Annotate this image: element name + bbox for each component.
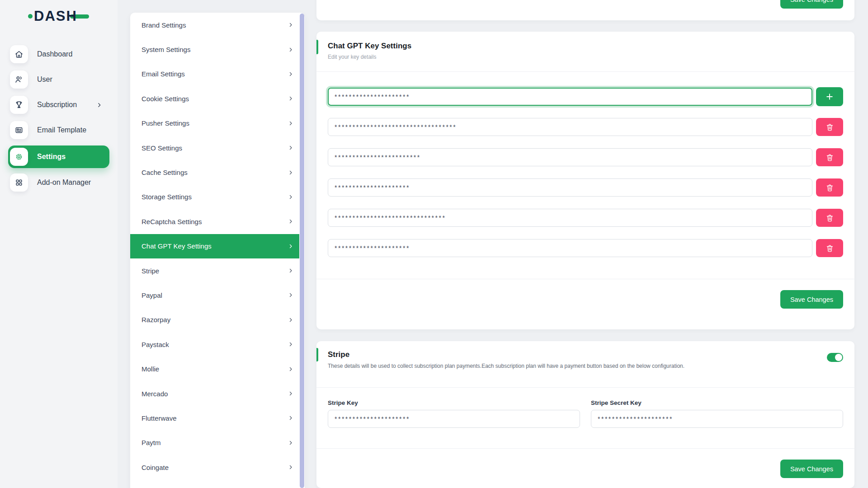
stripe-settings-card: Stripe These details will be used to col… xyxy=(316,341,854,488)
sidebar-item-dashboard[interactable]: Dashboard xyxy=(10,45,118,63)
submenu-item-label: Cookie Settings xyxy=(142,95,189,103)
chevron-right-icon xyxy=(288,244,293,249)
stripe-fields: Stripe Key Stripe Secret Key xyxy=(316,388,854,448)
stripe-secret-key-field: Stripe Secret Key xyxy=(591,399,843,428)
api-key-row xyxy=(328,148,843,167)
delete-key-button[interactable] xyxy=(816,239,843,257)
submenu-item-skrill[interactable]: Skrill xyxy=(130,479,305,488)
submenu-item-label: System Settings xyxy=(142,46,190,53)
grid-icon xyxy=(10,174,28,192)
api-key-input[interactable] xyxy=(328,178,812,197)
stripe-secret-key-label: Stripe Secret Key xyxy=(591,399,843,406)
app-root: DASH Dashboard User Subscription xyxy=(0,0,868,488)
stripe-key-field: Stripe Key xyxy=(328,399,580,428)
sidebar-item-subscription[interactable]: Subscription xyxy=(10,96,118,114)
trophy-icon xyxy=(10,96,28,114)
toggle-knob xyxy=(835,354,842,361)
delete-key-button[interactable] xyxy=(816,118,843,136)
stripe-key-label: Stripe Key xyxy=(328,399,580,406)
submenu-item-razorpay[interactable]: Razorpay xyxy=(130,308,305,332)
add-key-button[interactable] xyxy=(816,87,843,106)
trash-icon xyxy=(826,123,834,131)
submenu-item-stripe[interactable]: Stripe xyxy=(130,258,305,283)
brand-logo[interactable]: DASH xyxy=(28,7,89,25)
brand-name: DASH xyxy=(34,8,77,24)
api-key-input[interactable] xyxy=(328,239,812,257)
submenu-item-label: Paypal xyxy=(142,291,162,299)
card-title: Stripe xyxy=(328,350,843,359)
save-changes-button[interactable]: Save Changes xyxy=(780,0,843,9)
card-subtitle: Edit your key details xyxy=(328,54,843,60)
sidebar-item-label: Subscription xyxy=(37,101,77,109)
api-key-input[interactable] xyxy=(328,209,812,227)
chevron-right-icon xyxy=(288,145,293,150)
chevron-right-icon xyxy=(288,342,293,347)
card-header: Stripe These details will be used to col… xyxy=(316,341,854,388)
submenu-item-label: Stripe xyxy=(142,267,159,275)
stripe-secret-key-input[interactable] xyxy=(591,410,843,428)
delete-key-button[interactable] xyxy=(816,178,843,197)
submenu-item-mollie[interactable]: Mollie xyxy=(130,357,305,381)
home-icon xyxy=(10,45,28,63)
submenu-item-label: Email Settings xyxy=(142,70,185,78)
chevron-right-icon xyxy=(288,22,293,28)
accent-bar xyxy=(316,40,318,54)
stripe-enabled-toggle[interactable] xyxy=(827,353,843,362)
submenu-item-paystack[interactable]: Paystack xyxy=(130,332,305,357)
submenu-item-storage-settings[interactable]: Storage Settings xyxy=(130,185,305,209)
submenu-item-label: Paytm xyxy=(142,439,161,446)
card-header: Chat GPT Key Settings Edit your key deta… xyxy=(316,32,854,72)
api-key-row xyxy=(328,239,843,258)
sidebar-item-email-template[interactable]: Email Template xyxy=(10,121,118,139)
chevron-right-icon xyxy=(288,219,293,224)
chevron-right-icon xyxy=(288,121,293,126)
sidebar-item-label: User xyxy=(37,75,52,84)
submenu-scrollbar[interactable] xyxy=(300,14,304,488)
submenu-item-flutterwave[interactable]: Flutterwave xyxy=(130,406,305,430)
submenu-item-label: ReCaptcha Settings xyxy=(142,218,202,225)
chevron-right-icon xyxy=(288,440,293,446)
card-footer: Save Changes xyxy=(316,279,854,309)
chevron-right-icon xyxy=(288,170,293,175)
submenu-item-cookie-settings[interactable]: Cookie Settings xyxy=(130,86,305,111)
delete-key-button[interactable] xyxy=(816,148,843,166)
api-key-input[interactable] xyxy=(328,148,812,166)
submenu-item-label: Razorpay xyxy=(142,316,170,324)
sidebar-item-user[interactable]: User xyxy=(10,70,118,89)
chevron-right-icon xyxy=(288,317,293,323)
delete-key-button[interactable] xyxy=(816,209,843,227)
users-icon xyxy=(10,70,28,89)
submenu-item-paypal[interactable]: Paypal xyxy=(130,283,305,307)
sidebar-item-add-on-manager[interactable]: Add-on Manager xyxy=(10,174,118,192)
submenu-item-brand-settings[interactable]: Brand Settings xyxy=(130,13,305,37)
card-footer: Save Changes xyxy=(316,448,854,478)
chevron-right-icon xyxy=(288,71,293,77)
template-icon xyxy=(10,121,28,139)
submenu-item-cache-settings[interactable]: Cache Settings xyxy=(130,160,305,184)
api-key-input[interactable] xyxy=(328,88,812,106)
submenu-item-coingate[interactable]: Coingate xyxy=(130,455,305,479)
submenu-item-label: Cache Settings xyxy=(142,169,188,176)
submenu-item-mercado[interactable]: Mercado xyxy=(130,381,305,406)
chevron-right-icon xyxy=(288,415,293,421)
submenu-item-email-settings[interactable]: Email Settings xyxy=(130,62,305,86)
api-key-row xyxy=(328,178,843,197)
settings-submenu: Brand SettingsSystem SettingsEmail Setti… xyxy=(130,13,305,488)
api-key-input[interactable] xyxy=(328,118,812,136)
submenu-item-label: Mollie xyxy=(142,365,159,373)
stripe-key-input[interactable] xyxy=(328,410,580,428)
sidebar-item-settings[interactable]: Settings xyxy=(8,145,109,168)
submenu-item-recaptcha-settings[interactable]: ReCaptcha Settings xyxy=(130,209,305,234)
submenu-item-chat-gpt-key-settings[interactable]: Chat GPT Key Settings xyxy=(130,234,299,258)
api-key-row xyxy=(328,117,843,136)
submenu-item-label: Brand Settings xyxy=(142,21,186,29)
trash-icon xyxy=(826,214,834,222)
submenu-item-paytm[interactable]: Paytm xyxy=(130,431,305,455)
save-changes-button[interactable]: Save Changes xyxy=(780,460,843,478)
submenu-item-system-settings[interactable]: System Settings xyxy=(130,37,305,61)
submenu-item-seo-settings[interactable]: SEO Settings xyxy=(130,136,305,160)
save-changes-button[interactable]: Save Changes xyxy=(780,290,843,309)
sidebar-item-label: Email Template xyxy=(37,126,86,134)
submenu-item-pusher-settings[interactable]: Pusher Settings xyxy=(130,111,305,136)
submenu-item-label: Flutterwave xyxy=(142,414,177,422)
